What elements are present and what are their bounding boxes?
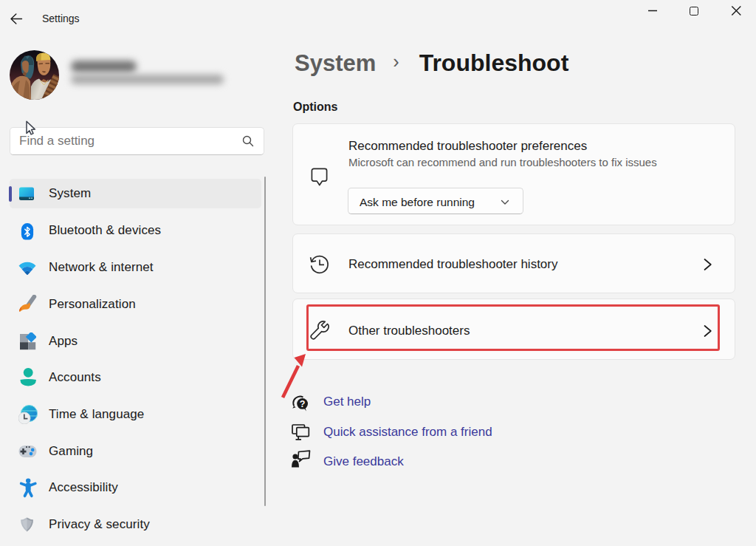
svg-text:?: ? <box>300 399 306 409</box>
